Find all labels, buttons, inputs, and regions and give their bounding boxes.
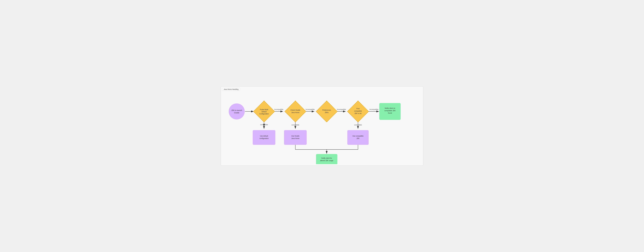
svg-text:configuration: configuration bbox=[260, 137, 269, 139]
check-gradle-node: Check Gradle Java Home bbox=[285, 101, 306, 122]
svg-text:Default: Default bbox=[262, 111, 267, 113]
svg-text:JDKs: JDKs bbox=[325, 112, 329, 113]
probe-build-node: Probe Build Default Configuration bbox=[253, 101, 275, 122]
svg-marker-8 bbox=[285, 101, 306, 122]
svg-text:Check Gradle: Check Gradle bbox=[290, 109, 300, 111]
diagram-area: JDK to launch Gradle Probe Build Default… bbox=[222, 92, 422, 164]
svg-text:Use default: Use default bbox=[260, 135, 268, 137]
svg-text:Notify client no: Notify client no bbox=[385, 107, 395, 109]
svg-text:JDK to launch: JDK to launch bbox=[231, 109, 242, 111]
svg-text:compatible JDK: compatible JDK bbox=[384, 110, 396, 112]
svg-text:Java Home: Java Home bbox=[291, 137, 300, 139]
find-compatible-node: Find compatible JDK in list bbox=[347, 101, 369, 122]
svg-text:Probe Build: Probe Build bbox=[260, 109, 268, 111]
svg-marker-11 bbox=[316, 101, 337, 122]
main-window: Java Home Handling JDK to launch Gradle … bbox=[221, 86, 423, 166]
svg-text:Gradle: Gradle bbox=[234, 112, 239, 114]
window-title: Java Home Handling bbox=[222, 88, 240, 91]
label-incompatible-1: incompatible bbox=[274, 109, 283, 110]
notify-altered-node: Notify client for altered JDK usage bbox=[316, 154, 337, 164]
label-incompatible-3: incompatible bbox=[370, 109, 378, 110]
notify-no-jdk-node: Notify client no compatible JDK found bbox=[379, 103, 401, 120]
svg-point-1 bbox=[229, 103, 245, 119]
label-compatible-2: compatible bbox=[292, 124, 299, 126]
svg-text:Use Gradle: Use Gradle bbox=[291, 135, 300, 137]
svg-text:Find: Find bbox=[356, 108, 360, 110]
use-compatible-jdk-node: Use compatible JDK bbox=[347, 130, 369, 145]
svg-text:altered JDK usage: altered JDK usage bbox=[320, 160, 333, 161]
use-gradle-home-node: Use Gradle Java Home bbox=[284, 130, 307, 145]
preferences-jdks-node: Preferences JDKs bbox=[316, 101, 337, 122]
jdk-launch-node: JDK to launch Gradle bbox=[229, 103, 245, 119]
label-incompatible-pref: incompatible bbox=[337, 109, 346, 110]
svg-text:Configuration: Configuration bbox=[259, 113, 269, 115]
use-default-node: Use default configuration bbox=[253, 130, 275, 145]
label-incompatible-2: incompatible bbox=[306, 109, 315, 110]
svg-text:JDK: JDK bbox=[356, 137, 360, 139]
label-compatible-3: compatible bbox=[354, 124, 362, 126]
svg-text:found: found bbox=[388, 112, 392, 114]
svg-text:Preferences: Preferences bbox=[322, 109, 331, 111]
svg-text:Java Home: Java Home bbox=[291, 112, 300, 113]
svg-text:JDK in list: JDK in list bbox=[354, 113, 362, 114]
svg-text:compatible: compatible bbox=[354, 110, 362, 112]
flowchart-svg: JDK to launch Gradle Probe Build Default… bbox=[222, 92, 422, 164]
svg-text:Notify client for: Notify client for bbox=[321, 157, 332, 159]
svg-text:Use compatible: Use compatible bbox=[352, 135, 364, 137]
